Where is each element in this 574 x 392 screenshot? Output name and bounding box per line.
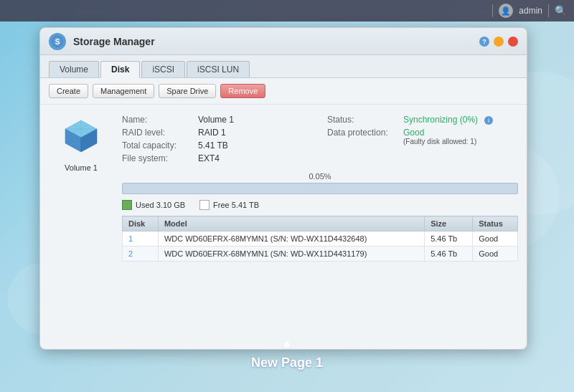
disk-2-status: Good <box>473 247 518 262</box>
bottom-dot <box>284 342 290 348</box>
volume-cube-icon <box>61 116 101 156</box>
disk-2-size: 5.46 Tb <box>425 247 473 262</box>
tabs-row: Volume Disk iSCSI iSCSI LUN <box>40 55 527 78</box>
volume-label: Volume 1 <box>65 163 98 172</box>
content-area: Volume 1 Name: Volume 1 RAID level: RAID… <box>40 105 527 270</box>
col-header-size: Size <box>425 216 473 231</box>
data-protection-values: Good (Faulty disk allowed: 1) <box>403 128 476 145</box>
raid-row: RAID level: RAID 1 <box>122 126 313 139</box>
table-row: 2 WDC WD60EFRX-68MYMN1 (S/N: WD-WX11D443… <box>123 247 518 262</box>
table-header-row: Disk Model Size Status <box>123 216 518 231</box>
tab-iscsi[interactable]: iSCSI <box>141 61 185 77</box>
progress-label: 0.05% <box>122 172 518 181</box>
top-bar-divider2 <box>548 4 549 17</box>
name-label: Name: <box>122 115 194 125</box>
disk-table-body: 1 WDC WD60EFRX-68MYMN1 (S/N: WD-WX11D443… <box>123 231 518 262</box>
status-info-icon[interactable]: i <box>484 116 493 125</box>
disk-1-size: 5.46 Tb <box>425 231 473 247</box>
remove-button[interactable]: Remove <box>220 84 265 98</box>
filesystem-row: File system: EXT4 <box>122 152 313 165</box>
volume-icon-container <box>58 113 104 159</box>
minimize-button[interactable] <box>494 37 504 47</box>
storage-manager-window: S Storage Manager ? Volume Disk iSCSI iS… <box>39 27 527 350</box>
capacity-label: Total capacity: <box>122 140 194 150</box>
status-value: Synchronizing (0%) <box>403 115 478 125</box>
legend: Used 3.10 GB Free 5.41 TB <box>122 200 518 210</box>
window-title: Storage Manager <box>73 36 472 47</box>
capacity-row: Total capacity: 5.41 TB <box>122 139 313 152</box>
raid-value: RAID 1 <box>198 128 226 138</box>
status-row: Status: Synchronizing (0%) i <box>327 113 518 126</box>
page-label: New Page 1 <box>0 355 574 371</box>
tab-disk[interactable]: Disk <box>100 61 140 78</box>
capacity-value: 5.41 TB <box>198 140 228 150</box>
free-color-swatch <box>199 200 210 210</box>
top-bar: 👤 admin 🔍 <box>0 0 574 21</box>
col-header-status: Status <box>473 216 518 231</box>
legend-used: Used 3.10 GB <box>122 200 185 210</box>
disk-1-status: Good <box>473 231 518 247</box>
help-button[interactable]: ? <box>479 37 489 47</box>
tab-iscsi-lun[interactable]: iSCSI LUN <box>187 61 250 77</box>
filesystem-value: EXT4 <box>198 153 220 163</box>
free-label: Free 5.41 TB <box>213 201 259 209</box>
app-icon: S <box>49 33 66 50</box>
legend-free: Free 5.41 TB <box>199 200 259 210</box>
data-protection-note: (Faulty disk allowed: 1) <box>403 138 476 145</box>
data-protection-row: Data protection: Good (Faulty disk allow… <box>327 126 518 147</box>
data-protection-label: Data protection: <box>327 128 399 138</box>
disk-2-model: WDC WD60EFRX-68MYMN1 (S/N: WD-WX11D44311… <box>158 247 424 262</box>
info-grid: Name: Volume 1 RAID level: RAID 1 Total … <box>122 113 518 165</box>
status-label: Status: <box>327 115 399 125</box>
col-header-model: Model <box>158 216 424 231</box>
window-controls: ? <box>479 37 518 47</box>
username-label: admin <box>519 6 542 16</box>
name-row: Name: Volume 1 <box>122 113 313 126</box>
toolbar: Create Management Spare Drive Remove <box>40 78 527 105</box>
user-icon: 👤 <box>499 4 513 18</box>
progress-container: 0.05% <box>122 172 518 194</box>
spare-drive-button[interactable]: Spare Drive <box>159 84 216 98</box>
close-button[interactable] <box>508 37 518 47</box>
disk-1-model: WDC WD60EFRX-68MYMN1 (S/N: WD-WX11D44326… <box>158 231 424 247</box>
top-bar-divider <box>492 4 493 17</box>
progress-bar <box>122 183 518 194</box>
volume-panel: Volume 1 <box>49 113 113 262</box>
name-value: Volume 1 <box>198 115 234 125</box>
used-color-swatch <box>122 200 132 210</box>
info-panel: Name: Volume 1 RAID level: RAID 1 Total … <box>122 113 518 262</box>
search-icon[interactable]: 🔍 <box>555 5 567 16</box>
used-label: Used 3.10 GB <box>136 201 185 209</box>
raid-label: RAID level: <box>122 128 194 138</box>
disk-1-id: 1 <box>123 231 159 247</box>
disk-2-link[interactable]: 2 <box>128 249 133 258</box>
tab-volume[interactable]: Volume <box>49 61 99 77</box>
create-button[interactable]: Create <box>49 84 88 98</box>
window-titlebar: S Storage Manager ? <box>40 28 527 55</box>
disk-table: Disk Model Size Status 1 WDC WD60EFRX-68… <box>122 216 518 262</box>
disk-1-link[interactable]: 1 <box>128 234 133 243</box>
svg-text:S: S <box>55 38 60 46</box>
filesystem-label: File system: <box>122 153 194 163</box>
col-header-disk: Disk <box>123 216 159 231</box>
table-row: 1 WDC WD60EFRX-68MYMN1 (S/N: WD-WX11D443… <box>123 231 518 247</box>
data-protection-value: Good <box>403 128 476 138</box>
disk-2-id: 2 <box>123 247 159 262</box>
management-button[interactable]: Management <box>93 84 154 98</box>
